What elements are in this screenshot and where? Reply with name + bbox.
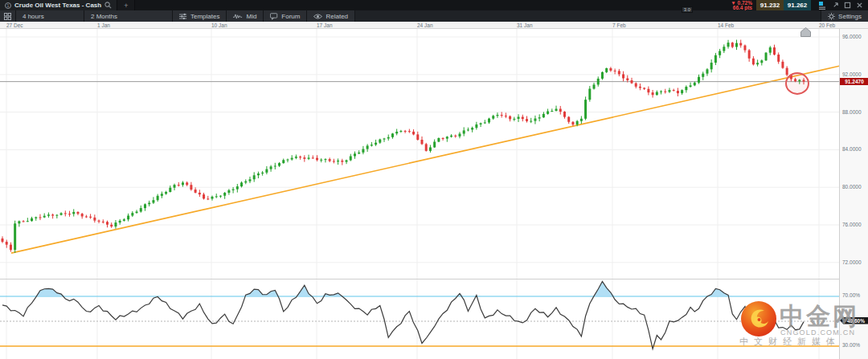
candle (458, 134, 461, 137)
candlestick-chart[interactable] (0, 29, 839, 279)
templates-button[interactable]: Templates (173, 10, 227, 22)
candle (609, 68, 612, 71)
candle (31, 218, 33, 221)
candle (308, 157, 310, 158)
candle (660, 92, 662, 92)
candle (639, 87, 641, 88)
candle (576, 121, 579, 124)
popout-icon[interactable] (832, 2, 839, 9)
instrument-number-icon: 1 (5, 2, 11, 9)
candle (366, 145, 369, 149)
candle (354, 153, 356, 156)
candle (765, 53, 768, 61)
candle (215, 196, 218, 197)
rsi-pane[interactable] (0, 279, 839, 359)
candle (346, 161, 348, 162)
candle (93, 218, 96, 221)
candle (85, 216, 88, 217)
rsi-chart[interactable] (0, 279, 839, 359)
tabbar-spacer (135, 0, 727, 10)
candle (51, 214, 54, 215)
candle (68, 214, 71, 214)
candle (312, 157, 314, 158)
candle (475, 124, 477, 128)
date-tick-label: 20 Feb (819, 22, 835, 28)
candle (106, 222, 108, 224)
candle (190, 185, 192, 190)
candle (735, 43, 738, 47)
candle (274, 165, 276, 166)
sell-price-button[interactable]: 91.232 (756, 0, 784, 10)
candle (72, 212, 75, 214)
candle (27, 221, 29, 222)
grid-layout-button[interactable] (0, 10, 16, 22)
rsi-tick-label: 30.00% (842, 342, 860, 348)
candle (723, 47, 725, 51)
gear-icon (828, 13, 835, 20)
price-axis[interactable]: 96.000092.000088.000084.000080.000076.00… (839, 29, 868, 359)
candle (174, 185, 176, 188)
scroll-to-latest-button[interactable] (800, 26, 812, 40)
candle (35, 217, 37, 218)
date-tick-label: 31 Jan (517, 22, 533, 28)
candle (18, 221, 20, 223)
range-button[interactable]: 2 Months (84, 10, 173, 22)
date-tick-label: 1 Jan (97, 22, 110, 28)
candle (442, 138, 444, 139)
layout-icon[interactable] (819, 2, 827, 10)
search-icon[interactable] (104, 2, 112, 9)
candle (739, 43, 742, 46)
candle (136, 211, 138, 213)
forum-button[interactable]: Forum (264, 10, 307, 22)
settings-label: Settings (838, 13, 862, 20)
buy-price-button[interactable]: 91.262 (784, 0, 811, 10)
mid-price-button[interactable]: Mid (227, 10, 264, 22)
candle (399, 131, 402, 132)
candle (501, 115, 503, 116)
candle (265, 169, 268, 173)
candle (199, 193, 201, 194)
rsi-line (2, 281, 804, 349)
candle (484, 122, 486, 123)
candle (437, 138, 440, 142)
candle (291, 158, 293, 160)
candle (227, 190, 230, 193)
candle (781, 62, 784, 68)
date-tick-label: 17 Jan (317, 22, 333, 28)
candle (567, 117, 570, 122)
candle (597, 79, 600, 84)
date-axis[interactable]: 27 Dec1 Jan10 Jan17 Jan24 Jan31 Jan7 Feb… (0, 22, 868, 29)
candle (786, 68, 788, 75)
candle (278, 163, 280, 165)
related-button[interactable]: Related (307, 10, 355, 22)
date-tick-label: 7 Feb (612, 22, 626, 28)
candle (588, 89, 591, 100)
price-tick-label: 88.0000 (842, 109, 862, 115)
candle (244, 182, 247, 183)
candle (559, 109, 562, 112)
interval-button[interactable]: 4 hours (16, 10, 84, 22)
candle (232, 190, 235, 190)
date-tick-label: 27 Dec (6, 22, 23, 28)
main-chart-pane[interactable] (0, 29, 839, 279)
candle (152, 200, 154, 202)
candle (530, 121, 532, 122)
instrument-tab[interactable]: 1 Crude Oil West Texas - Cash (0, 0, 117, 10)
candle (702, 74, 704, 77)
candle (471, 128, 473, 129)
close-icon[interactable] (856, 2, 863, 9)
annotation-circle[interactable] (786, 73, 809, 94)
new-tab-button[interactable]: + (117, 0, 135, 10)
candle (182, 182, 184, 185)
candle (681, 90, 683, 93)
maximize-icon[interactable] (844, 2, 851, 9)
candle (698, 77, 700, 83)
candle (207, 198, 209, 199)
interval-label: 4 hours (23, 13, 44, 20)
candle (509, 116, 511, 120)
settings-button[interactable]: Settings (821, 10, 868, 22)
candle (408, 131, 411, 132)
candle (110, 225, 113, 226)
price-change-block: ▼ 0.72% 66.4 pts (727, 0, 756, 10)
spread-value: 3.0 (682, 6, 693, 13)
